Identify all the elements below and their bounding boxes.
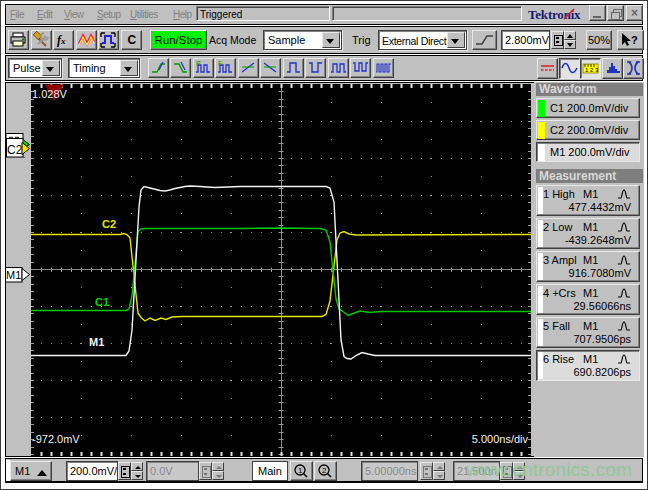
svg-text:1 2 3: 1 2 3	[585, 67, 599, 73]
svg-text:M1: M1	[89, 336, 104, 348]
svg-text:2: 2	[322, 466, 327, 475]
svg-text:C2: C2	[7, 143, 23, 157]
svg-text:?: ?	[631, 34, 638, 46]
svg-text:5.000ns/div: 5.000ns/div	[472, 433, 529, 445]
svg-text:-972.0mV: -972.0mV	[32, 433, 80, 445]
svg-text:1.028V: 1.028V	[32, 88, 68, 100]
svg-text:1: 1	[298, 466, 303, 475]
svg-text:M1: M1	[6, 269, 21, 281]
svg-text:C2: C2	[102, 218, 116, 230]
svg-text:C1: C1	[95, 296, 109, 308]
